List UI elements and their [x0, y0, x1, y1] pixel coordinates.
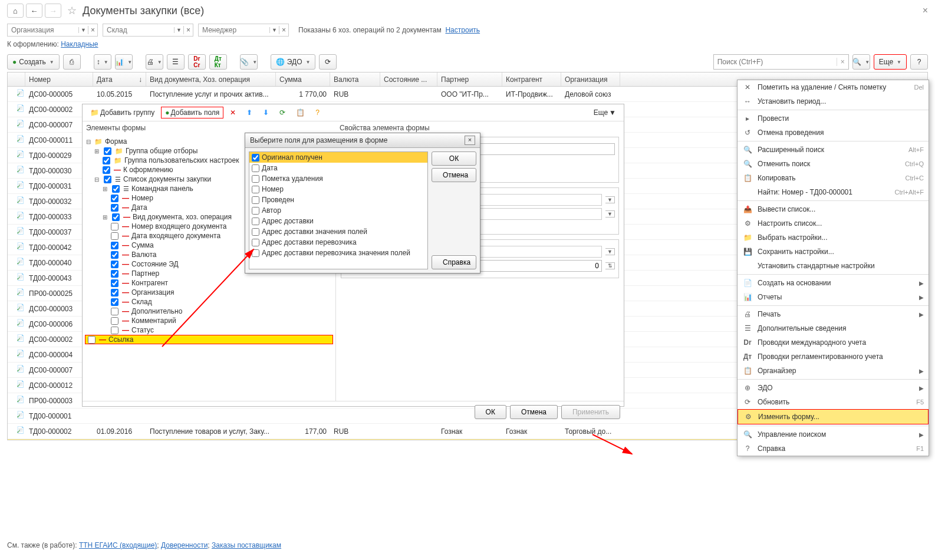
tree-item[interactable]: —Статус: [85, 325, 333, 335]
field-item[interactable]: Проведен: [249, 195, 427, 205]
forward-button[interactable]: →: [45, 4, 61, 18]
manager-input[interactable]: [199, 25, 269, 35]
add-fields-button[interactable]: ●Добавить поля: [161, 107, 223, 118]
favorite-icon[interactable]: ☆: [67, 4, 77, 17]
menu-item[interactable]: ▸Провести: [738, 111, 929, 126]
col-partner[interactable]: Партнер: [437, 73, 502, 86]
print-button[interactable]: 🖨▼: [146, 54, 163, 70]
search-box[interactable]: ×: [713, 54, 849, 70]
modal-close-icon[interactable]: ×: [465, 136, 475, 145]
delete-button[interactable]: ✕: [226, 107, 240, 118]
menu-item[interactable]: ↺Отмена проведения: [738, 126, 929, 140]
menu-item[interactable]: 🔍Управление поиском▶: [738, 427, 929, 442]
col-org[interactable]: Организация: [561, 73, 620, 86]
tree-item[interactable]: —Ссылка: [85, 335, 333, 344]
move-down-button[interactable]: ⬇: [259, 107, 273, 118]
tree-item[interactable]: —Организация: [85, 288, 333, 297]
tree-item[interactable]: —Дополнительно: [85, 307, 333, 316]
chevron-down-icon[interactable]: ▼: [605, 196, 615, 203]
editor-apply-button[interactable]: Применить: [561, 405, 620, 419]
col-date[interactable]: Дата↓: [93, 73, 146, 86]
edo-button[interactable]: 🌐 ЭДО▼: [271, 54, 316, 70]
refresh-button[interactable]: ⟳: [319, 54, 337, 70]
menu-item[interactable]: ?СправкаF1: [738, 442, 929, 456]
menu-item[interactable]: DrПроводки международного учета: [738, 335, 929, 350]
dt-button[interactable]: ДтКт: [209, 54, 227, 70]
copy-tree-button[interactable]: 📋: [292, 107, 309, 118]
col-type[interactable]: Вид документа, Хоз. операция: [146, 73, 276, 86]
menu-item[interactable]: ⟳ОбновитьF5: [738, 395, 929, 409]
menu-item[interactable]: 💾Сохранить настройки...: [738, 245, 929, 259]
footer-link-1[interactable]: ТТН ЕГАИС (входящие): [79, 541, 157, 549]
configure-link[interactable]: Настроить: [445, 26, 480, 34]
menu-item[interactable]: 📊Отчеты▶: [738, 290, 929, 304]
field-item[interactable]: Дата: [249, 163, 427, 173]
modal-ok-button[interactable]: ОК: [432, 151, 476, 166]
col-state[interactable]: Состояние ...: [380, 73, 437, 86]
footer-link-2[interactable]: Доверенности: [161, 541, 208, 549]
field-item[interactable]: Номер: [249, 184, 427, 195]
menu-item[interactable]: ↔Установить период...: [738, 94, 929, 108]
org-filter[interactable]: ▼ ×: [7, 24, 98, 37]
excel-button[interactable]: 📊▼: [115, 54, 133, 70]
menu-item[interactable]: 🔍Отменить поискCtrl+Q: [738, 157, 929, 171]
more-button[interactable]: Еще▼: [874, 54, 907, 70]
editor-cancel-button[interactable]: Отмена: [510, 405, 558, 419]
nakladnye-link[interactable]: Накладные: [61, 40, 98, 48]
col-cur[interactable]: Валюта: [330, 73, 380, 86]
move-up-button[interactable]: ⬆: [242, 107, 256, 118]
help-button[interactable]: ?: [910, 54, 928, 70]
menu-item[interactable]: ☰Дополнительные сведения: [738, 321, 929, 335]
field-item[interactable]: Оригинал получен: [249, 152, 427, 163]
menu-item[interactable]: 📁Выбрать настройки...: [738, 230, 929, 245]
col-icon[interactable]: [8, 73, 25, 86]
menu-item[interactable]: ДтПроводки регламентированного учета: [738, 350, 929, 364]
search-clear-icon[interactable]: ×: [837, 58, 848, 66]
field-item[interactable]: Адрес доставки: [249, 216, 427, 226]
menu-item[interactable]: 🖨Печать▶: [738, 307, 929, 321]
chevron-down-icon[interactable]: ▼: [605, 210, 615, 218]
field-list[interactable]: Оригинал полученДатаПометка удаленияНоме…: [249, 151, 428, 269]
clear-icon[interactable]: ×: [88, 26, 97, 34]
tree-item[interactable]: —Контрагент: [85, 278, 333, 288]
home-button[interactable]: ⌂: [7, 4, 24, 18]
status-button[interactable]: ↕▼: [94, 54, 111, 70]
field-item[interactable]: Адрес доставки перевозчика: [249, 237, 427, 248]
col-num[interactable]: Номер: [25, 73, 93, 86]
menu-item[interactable]: ⊕ЭДО▶: [738, 381, 929, 395]
sklad-input[interactable]: [103, 25, 174, 35]
menu-item[interactable]: ⚙Настроить список...: [738, 216, 929, 230]
menu-item[interactable]: 📋КопироватьCtrl+C: [738, 171, 929, 185]
menu-item[interactable]: ✕Пометить на удаление / Снять пометкуDel: [738, 80, 929, 94]
copy-button[interactable]: ⎙: [63, 54, 81, 70]
col-kontr[interactable]: Контрагент: [502, 73, 561, 86]
chevron-down-icon[interactable]: ▼: [78, 27, 88, 33]
org-input[interactable]: [8, 25, 78, 35]
editor-ok-button[interactable]: ОК: [475, 405, 506, 419]
menu-item[interactable]: ⚙Изменить форму...: [738, 409, 929, 424]
menu-item[interactable]: 📄Создать на основании▶: [738, 276, 929, 290]
chevron-down-icon[interactable]: ▼: [605, 248, 615, 255]
clear-icon[interactable]: ×: [279, 26, 288, 34]
field-item[interactable]: Адрес доставки значения полей: [249, 226, 427, 237]
field-item[interactable]: Пометка удаления: [249, 173, 427, 184]
close-icon[interactable]: ×: [923, 5, 928, 16]
tree-item[interactable]: —Комментарий: [85, 316, 333, 325]
tree-item[interactable]: —Склад: [85, 297, 333, 307]
create-button[interactable]: ●Создать▼: [7, 54, 60, 70]
refresh-tree-button[interactable]: ⟳: [275, 107, 289, 118]
manager-filter[interactable]: ▼ ×: [198, 24, 289, 37]
chevron-down-icon[interactable]: ▼: [174, 27, 183, 33]
list-button[interactable]: ☰: [167, 54, 185, 70]
help-tree-button[interactable]: ?: [311, 107, 324, 118]
attach-button[interactable]: 📎▼: [240, 54, 258, 70]
menu-item[interactable]: 🔍Расширенный поискAlt+F: [738, 143, 929, 157]
clear-icon[interactable]: ×: [183, 26, 193, 34]
menu-item[interactable]: 📋Органайзер▶: [738, 364, 929, 378]
field-item[interactable]: Автор: [249, 205, 427, 216]
back-button[interactable]: ←: [26, 4, 42, 18]
menu-item[interactable]: 📤Вывести список...: [738, 202, 929, 216]
modal-help-button[interactable]: Справка: [432, 255, 476, 269]
search-button[interactable]: 🔍▼: [852, 54, 870, 70]
menu-item[interactable]: Найти: Номер - ТД00-000001Ctrl+Alt+F: [738, 185, 929, 199]
